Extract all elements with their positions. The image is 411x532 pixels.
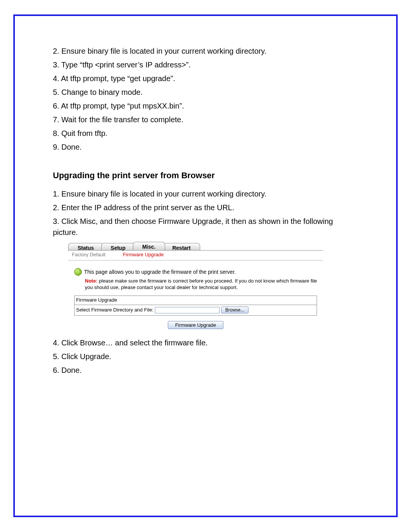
upgrade-row: Firmware Upgrade bbox=[74, 316, 317, 330]
info-line: ↑ This page allows you to upgrade the fi… bbox=[74, 268, 317, 276]
info-icon: ↑ bbox=[74, 268, 82, 276]
tab-setup[interactable]: Setup bbox=[101, 243, 135, 250]
browser-step-3: 3. Click Misc, and then choose Firmware … bbox=[53, 216, 358, 238]
note-text: please make sure the firmware is correct… bbox=[85, 278, 317, 290]
tftp-step-9: 9. Done. bbox=[53, 142, 358, 153]
info-text: This page allows you to upgrade the firm… bbox=[84, 268, 236, 276]
browser-step-4: 4. Click Browse… and select the firmware… bbox=[53, 337, 358, 348]
page-border: 2. Ensure binary file is located in your… bbox=[13, 14, 398, 517]
tab-restart[interactable]: Restart bbox=[163, 243, 200, 250]
tab-status[interactable]: Status bbox=[68, 243, 104, 250]
firmware-box: Firmware Upgrade Select Firmware Directo… bbox=[74, 296, 317, 316]
firmware-upgrade-button[interactable]: Firmware Upgrade bbox=[168, 321, 223, 329]
note-label: Note: bbox=[85, 278, 97, 284]
tftp-step-6: 6. At tftp prompt, type “put mpsXX.bin”. bbox=[53, 101, 358, 112]
firmware-upgrade-screenshot: Status Setup Misc. Restart Factory Defau… bbox=[68, 242, 323, 330]
tftp-step-7: 7. Wait for the file transfer to complet… bbox=[53, 114, 358, 125]
file-row: Select Firmware Directory and File: Brow… bbox=[75, 305, 317, 315]
tftp-step-4: 4. At tftp prompt, type “get upgrade”. bbox=[53, 73, 358, 84]
browse-button[interactable]: Browse... bbox=[221, 307, 249, 313]
file-input[interactable] bbox=[155, 307, 220, 313]
browser-step-2: 2. Enter the IP address of the print ser… bbox=[53, 202, 358, 213]
browser-step-5: 5. Click Upgrade. bbox=[53, 351, 358, 362]
tab-misc[interactable]: Misc. bbox=[133, 242, 165, 250]
panel: ↑ This page allows you to upgrade the fi… bbox=[68, 260, 323, 330]
subnav-firmware-upgrade[interactable]: Firmware Upgrade bbox=[123, 252, 164, 257]
tftp-step-5: 5. Change to binary mode. bbox=[53, 87, 358, 98]
tab-bar: Status Setup Misc. Restart bbox=[68, 242, 323, 250]
tftp-step-2: 2. Ensure binary file is located in your… bbox=[53, 46, 358, 57]
subnav-factory-default[interactable]: Factory Default bbox=[72, 251, 121, 259]
note: Note: please make sure the firmware is c… bbox=[85, 278, 317, 291]
document-content: 2. Ensure binary file is located in your… bbox=[53, 46, 358, 376]
browser-step-6: 6. Done. bbox=[53, 365, 358, 376]
firmware-box-header: Firmware Upgrade bbox=[75, 296, 317, 305]
browser-step-1: 1. Ensure binary file is located in your… bbox=[53, 189, 358, 200]
file-label: Select Firmware Directory and File: bbox=[76, 307, 153, 314]
sub-nav: Factory Default Firmware Upgrade bbox=[68, 250, 323, 260]
tftp-step-8: 8. Quit from tftp. bbox=[53, 128, 358, 139]
section-title: Upgrading the print server from Browser bbox=[53, 169, 358, 182]
tftp-step-3: 3. Type “tftp <print server’s IP address… bbox=[53, 59, 358, 70]
